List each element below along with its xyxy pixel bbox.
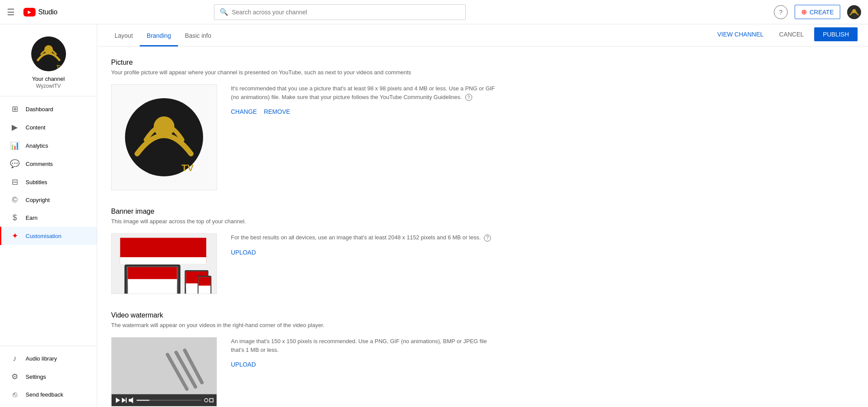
audio-library-icon: ♪ [10, 354, 20, 363]
watermark-title: Video watermark [111, 311, 500, 319]
svg-point-4 [44, 45, 53, 54]
logo-area[interactable]: Studio [23, 8, 57, 17]
search-bar: 🔍 [214, 4, 466, 20]
sidebar-label-dashboard: Dashboard [26, 106, 53, 113]
channel-handle: WyzowITV [36, 83, 61, 89]
upload-watermark-button[interactable]: UPLOAD [231, 361, 256, 368]
subtitles-icon: ⊟ [10, 177, 20, 187]
sidebar-item-audio-library[interactable]: ♪ Audio library [0, 350, 97, 367]
watermark-svg [112, 337, 217, 407]
help-icon[interactable]: ? [774, 5, 788, 19]
create-button[interactable]: ⊕ CREATE [795, 5, 840, 19]
avatar[interactable]: TV [847, 5, 861, 19]
channel-logo-svg: TV [125, 98, 203, 176]
avatar-inner: TV [847, 5, 861, 19]
sidebar-item-settings[interactable]: ⚙ Settings [0, 367, 97, 386]
search-icon: 🔍 [220, 8, 228, 16]
watermark-description: The watermark will appear on your videos… [111, 322, 500, 328]
nav-right: ? ⊕ CREATE TV [774, 5, 861, 19]
svg-rect-24 [198, 277, 210, 286]
sidebar-label-earn: Earn [26, 215, 37, 221]
page-content: Picture Your profile picture will appear… [97, 46, 514, 407]
sidebar-item-customisation[interactable]: ✦ Customisation [0, 227, 97, 245]
tabs-bar: Layout Branding Basic info VIEW CHANNEL … [97, 24, 868, 46]
picture-actions: CHANGE REMOVE [231, 108, 500, 115]
sidebar-label-analytics: Analytics [26, 142, 48, 149]
sidebar-item-earn[interactable]: $ Earn [0, 209, 97, 227]
studio-label: Studio [38, 8, 57, 16]
svg-text:TV: TV [181, 162, 194, 173]
earn-icon: $ [10, 213, 20, 222]
sidebar-label-customisation: Customisation [26, 233, 61, 239]
publish-button[interactable]: PUBLISH [814, 27, 858, 41]
content-icon: ▶ [10, 122, 20, 132]
view-channel-button[interactable]: VIEW CHANNEL [712, 28, 769, 40]
sidebar-item-subtitles[interactable]: ⊟ Subtitles [0, 173, 97, 191]
banner-svg [112, 233, 217, 294]
create-plus-icon: ⊕ [801, 8, 807, 16]
menu-icon[interactable]: ☰ [7, 7, 15, 17]
top-nav: ☰ Studio 🔍 ? ⊕ CREATE TV [0, 0, 868, 24]
svg-text:TV: TV [858, 16, 861, 19]
dashboard-icon: ⊞ [10, 104, 20, 114]
picture-info: It's recommended that you use a picture … [231, 84, 500, 115]
tab-branding[interactable]: Branding [140, 24, 178, 46]
tab-basic-info[interactable]: Basic info [178, 24, 218, 46]
sidebar-bottom: ♪ Audio library ⚙ Settings ⎋ Send feedba… [0, 346, 97, 404]
sidebar-item-analytics[interactable]: 📊 Analytics [0, 136, 97, 155]
svg-rect-16 [128, 279, 177, 285]
channel-info: TV Your channel WyzowITV [0, 28, 97, 96]
svg-text:TV: TV [56, 64, 63, 69]
svg-rect-15 [128, 267, 177, 279]
sidebar-item-send-feedback[interactable]: ⎋ Send feedback [0, 386, 97, 404]
cancel-button[interactable]: CANCEL [774, 28, 809, 40]
sidebar: TV Your channel WyzowITV ⊞ Dashboard ▶ C… [0, 24, 97, 407]
sidebar-item-content[interactable]: ▶ Content [0, 118, 97, 136]
banner-title: Banner image [111, 208, 500, 215]
customisation-icon: ✦ [10, 231, 20, 241]
banner-preview [111, 233, 217, 294]
picture-recommendation: It's recommended that you use a picture … [231, 84, 500, 101]
sidebar-item-copyright[interactable]: © Copyright [0, 191, 97, 209]
banner-section: Banner image This image will appear acro… [111, 208, 500, 294]
sidebar-label-subtitles: Subtitles [26, 179, 47, 185]
banner-actions: UPLOAD [231, 249, 500, 256]
banner-description: This image will appear across the top of… [111, 218, 500, 225]
watermark-actions: UPLOAD [231, 361, 500, 368]
tab-layout[interactable]: Layout [108, 24, 140, 46]
remove-picture-button[interactable]: REMOVE [264, 108, 290, 115]
change-picture-button[interactable]: CHANGE [231, 108, 257, 115]
sidebar-label-copyright: Copyright [26, 197, 50, 203]
upload-banner-button[interactable]: UPLOAD [231, 249, 256, 256]
send-feedback-icon: ⎋ [10, 390, 20, 399]
sidebar-item-comments[interactable]: 💬 Comments [0, 155, 97, 173]
watermark-recommendation: An image that's 150 x 150 pixels is reco… [231, 337, 500, 354]
tabs-right: VIEW CHANNEL CANCEL PUBLISH [712, 27, 858, 43]
sidebar-label-send-feedback: Send feedback [26, 391, 63, 398]
banner-help-icon[interactable]: ? [484, 235, 491, 242]
settings-icon: ⚙ [10, 372, 20, 381]
analytics-icon: 📊 [10, 141, 20, 150]
sidebar-item-dashboard[interactable]: ⊞ Dashboard [0, 100, 97, 118]
comments-icon: 💬 [10, 159, 20, 169]
picture-title: Picture [111, 59, 500, 66]
banner-info: For the best results on all devices, use… [231, 233, 500, 256]
create-label: CREATE [809, 9, 834, 16]
search-input[interactable] [232, 9, 460, 16]
tabs-left: Layout Branding Basic info [108, 24, 218, 46]
svg-rect-11 [120, 257, 206, 264]
svg-point-1 [852, 9, 856, 13]
channel-name: Your channel [32, 76, 65, 82]
picture-section: Picture Your profile picture will appear… [111, 59, 500, 190]
content-area: Layout Branding Basic info VIEW CHANNEL … [97, 24, 868, 407]
svg-rect-32 [126, 398, 127, 403]
channel-avatar[interactable]: TV [31, 36, 66, 71]
sidebar-items: ⊞ Dashboard ▶ Content 📊 Analytics 💬 Comm… [0, 100, 97, 245]
youtube-logo-icon [23, 8, 36, 17]
watermark-info: An image that's 150 x 150 pixels is reco… [231, 337, 500, 368]
picture-help-icon[interactable]: ? [465, 94, 472, 101]
picture-description: Your profile picture will appear where y… [111, 69, 500, 76]
picture-media-row: TV It's recommended that you use a pictu… [111, 84, 500, 190]
banner-recommendation: For the best results on all devices, use… [231, 233, 500, 242]
banner-media-row: For the best results on all devices, use… [111, 233, 500, 294]
